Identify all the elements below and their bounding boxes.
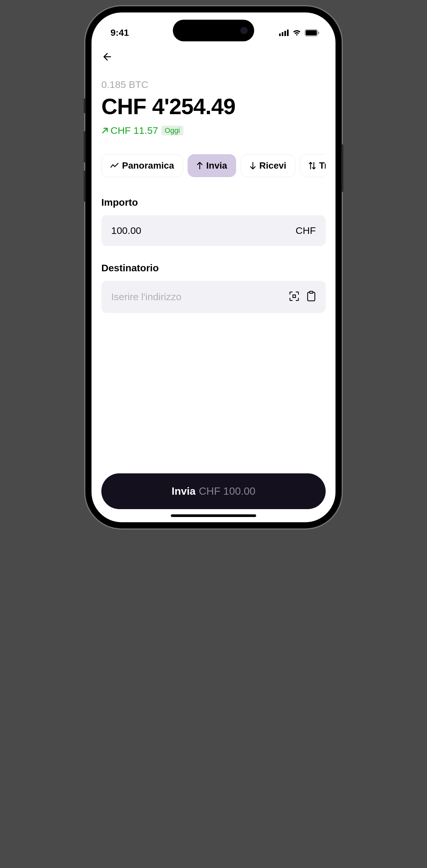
battery-icon bbox=[305, 29, 319, 36]
amount-label: Importo bbox=[101, 197, 326, 208]
tab-label: Transa bbox=[319, 160, 326, 171]
scan-qr-button[interactable] bbox=[289, 291, 299, 303]
dynamic-island bbox=[173, 20, 254, 41]
scan-icon bbox=[289, 291, 299, 302]
svg-rect-0 bbox=[279, 33, 281, 36]
tab-label: Invia bbox=[206, 160, 227, 171]
balance-crypto: 0.185 BTC bbox=[101, 79, 326, 90]
amount-currency: CHF bbox=[295, 225, 316, 236]
svg-rect-2 bbox=[284, 31, 286, 36]
content: 0.185 BTC CHF 4'254.49 CHF 11.57 Oggi bbox=[92, 63, 335, 522]
phone-frame: 9:41 bbox=[86, 6, 341, 528]
tab-transazioni[interactable]: Transa bbox=[300, 154, 326, 177]
status-icons bbox=[279, 29, 319, 36]
status-time: 9:41 bbox=[110, 28, 129, 38]
arrow-up-right-icon bbox=[101, 127, 108, 134]
clipboard-icon bbox=[307, 291, 316, 302]
recipient-input[interactable] bbox=[111, 291, 289, 303]
arrows-up-down-icon bbox=[308, 162, 316, 169]
tab-label: Panoramica bbox=[122, 160, 174, 171]
wifi-icon bbox=[292, 29, 301, 36]
send-button-label: Invia bbox=[171, 485, 195, 497]
svg-rect-3 bbox=[287, 30, 289, 36]
recipient-input-field[interactable] bbox=[101, 281, 326, 313]
svg-rect-1 bbox=[282, 32, 283, 36]
tab-invia[interactable]: Invia bbox=[188, 154, 236, 177]
svg-rect-6 bbox=[318, 31, 319, 34]
change-value-container: CHF 11.57 bbox=[101, 125, 158, 136]
arrow-left-icon bbox=[101, 50, 114, 63]
change-value: CHF 11.57 bbox=[110, 125, 158, 136]
amount-section: Importo CHF bbox=[101, 197, 326, 246]
input-actions bbox=[289, 291, 316, 303]
amount-input-field[interactable]: CHF bbox=[101, 215, 326, 246]
svg-rect-7 bbox=[293, 295, 295, 298]
cellular-icon bbox=[279, 30, 289, 36]
recipient-section: Destinatorio bbox=[101, 262, 326, 313]
change-period-badge: Oggi bbox=[161, 126, 183, 135]
paste-button[interactable] bbox=[307, 291, 316, 303]
amount-input[interactable] bbox=[111, 225, 295, 236]
arrow-up-icon bbox=[196, 162, 203, 169]
back-button[interactable] bbox=[101, 50, 114, 63]
nav-bar bbox=[92, 43, 335, 63]
recipient-label: Destinatorio bbox=[101, 262, 326, 274]
tab-panoramica[interactable]: Panoramica bbox=[101, 154, 183, 177]
balance-section: 0.185 BTC CHF 4'254.49 CHF 11.57 Oggi bbox=[101, 63, 326, 136]
home-indicator[interactable] bbox=[171, 515, 256, 517]
screen: 9:41 bbox=[92, 12, 335, 522]
chart-icon bbox=[110, 163, 119, 168]
svg-rect-5 bbox=[306, 30, 317, 35]
arrow-down-icon bbox=[250, 162, 256, 169]
svg-rect-9 bbox=[309, 291, 313, 293]
balance-fiat: CHF 4'254.49 bbox=[101, 93, 326, 119]
send-button[interactable]: Invia CHF 100.00 bbox=[101, 473, 326, 509]
tab-ricevi[interactable]: Ricevi bbox=[241, 154, 295, 177]
send-button-amount: CHF 100.00 bbox=[199, 485, 256, 497]
tab-label: Ricevi bbox=[259, 160, 287, 171]
balance-change: CHF 11.57 Oggi bbox=[101, 125, 326, 136]
tabs: Panoramica Invia Ricevi bbox=[101, 154, 326, 177]
